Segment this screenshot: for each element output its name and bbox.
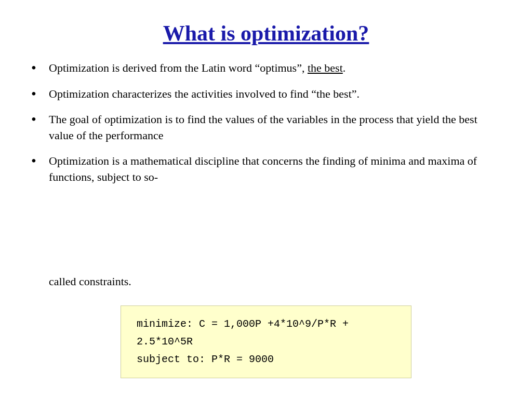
bullet-item-4: • Optimization is a mathematical discipl…: [31, 153, 501, 185]
slide-title: What is optimization?: [31, 21, 501, 46]
bullet-dot-2: •: [31, 85, 46, 103]
formula-line-2: subject to: P*R = 9000: [137, 351, 395, 368]
bullet-text-2: Optimization characterizes the activitie…: [49, 86, 501, 102]
bullet-item-3: • The goal of optimization is to find th…: [31, 112, 501, 144]
bullet-1-text-before: Optimization is derived from the Latin w…: [49, 61, 308, 74]
formula-line-1: minimize: C = 1,000P +4*10^9/P*R + 2.5*1…: [137, 315, 395, 351]
bullet-list: • Optimization is derived from the Latin…: [31, 60, 501, 274]
bullet-text-3: The goal of optimization is to find the …: [49, 112, 501, 144]
bullet-text-4: Optimization is a mathematical disciplin…: [49, 153, 501, 185]
bullet-dot-4: •: [31, 152, 46, 170]
bullet-item-2: • Optimization characterizes the activit…: [31, 86, 501, 103]
bullet-1-text-after: .: [343, 61, 346, 74]
constraints-continuation: called constraints.: [49, 274, 501, 290]
bullet-dot-1: •: [31, 59, 46, 77]
slide: What is optimization? • Optimization is …: [0, 0, 532, 399]
bullet-dot-3: •: [31, 111, 46, 128]
bullet-text-1: Optimization is derived from the Latin w…: [49, 60, 501, 76]
formula-box: minimize: C = 1,000P +4*10^9/P*R + 2.5*1…: [121, 305, 411, 378]
bullet-1-link: the best: [308, 61, 343, 74]
bullet-item-1: • Optimization is derived from the Latin…: [31, 60, 501, 77]
